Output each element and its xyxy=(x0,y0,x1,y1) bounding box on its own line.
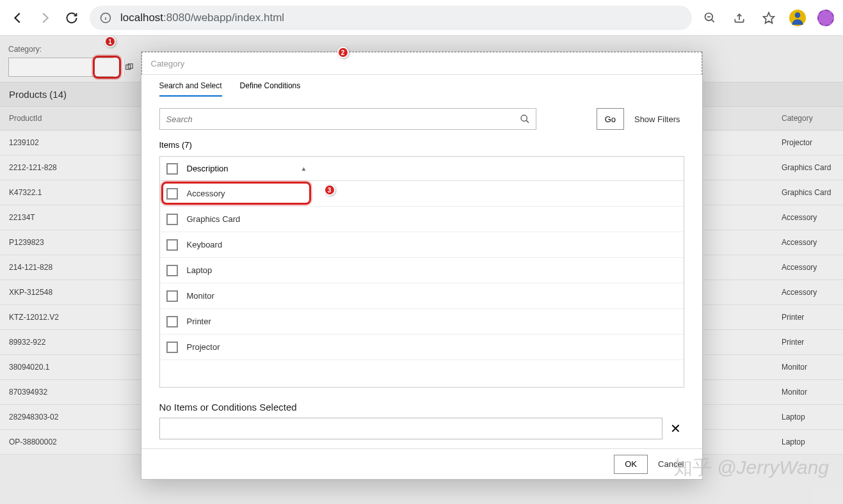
svg-line-12 xyxy=(526,120,529,123)
col-description[interactable]: Description ▲ xyxy=(187,164,315,173)
search-input[interactable] xyxy=(160,114,514,124)
dialog-backdrop: Category 2 Search and Select Define Cond… xyxy=(0,36,843,504)
list-item[interactable]: Printer xyxy=(160,309,684,335)
selected-items-label: No Items or Conditions Selected xyxy=(141,388,702,418)
url-text: localhost:8080/webapp/index.html xyxy=(120,12,284,24)
browser-toolbar: localhost:8080/webapp/index.html xyxy=(0,0,843,36)
cancel-button[interactable]: Cancel xyxy=(658,459,684,469)
dialog-title: Category xyxy=(151,59,185,68)
profile-avatar-2[interactable] xyxy=(817,10,834,26)
item-checkbox[interactable] xyxy=(166,214,178,225)
svg-marker-7 xyxy=(764,12,775,23)
search-icon[interactable] xyxy=(514,114,536,124)
share-icon[interactable] xyxy=(730,9,748,27)
back-button[interactable] xyxy=(9,9,27,27)
tab-define-conditions[interactable]: Define Conditions xyxy=(240,81,301,97)
list-item[interactable]: Keyboard xyxy=(160,232,684,258)
token-row: ✕ xyxy=(141,418,702,448)
address-bar[interactable]: localhost:8080/webapp/index.html xyxy=(90,6,692,30)
item-checkbox[interactable] xyxy=(166,342,178,353)
search-box xyxy=(159,108,536,130)
item-label: Printer xyxy=(187,317,211,326)
item-label: Keyboard xyxy=(187,240,223,249)
item-label: Accessory xyxy=(187,189,225,198)
annotation-badge-2: 2 xyxy=(337,47,349,58)
selected-tokens-input[interactable] xyxy=(159,418,662,439)
item-label: Monitor xyxy=(187,291,214,301)
go-button[interactable]: Go xyxy=(597,108,624,130)
bookmark-icon[interactable] xyxy=(760,9,778,27)
list-item[interactable]: Accessory3 xyxy=(160,181,684,207)
clear-tokens-button[interactable]: ✕ xyxy=(668,420,684,437)
item-checkbox[interactable] xyxy=(166,188,178,200)
profile-avatar-1[interactable] xyxy=(789,10,806,26)
dialog-title-bar: Category 2 xyxy=(141,52,702,75)
dialog-footer: OK Cancel xyxy=(141,448,702,479)
item-label: Projector xyxy=(187,342,220,352)
browser-right-icons xyxy=(701,9,834,27)
items-list: Description ▲ Accessory3Graphics CardKey… xyxy=(159,156,684,388)
reload-button[interactable] xyxy=(63,9,81,27)
item-checkbox[interactable] xyxy=(166,290,178,302)
svg-line-4 xyxy=(712,19,714,22)
search-row: Go Show Filters xyxy=(141,97,702,136)
list-item[interactable]: Laptop xyxy=(160,258,684,283)
items-header-row: Description ▲ xyxy=(160,157,684,181)
list-item[interactable]: Projector xyxy=(160,335,684,360)
svg-point-8 xyxy=(795,12,801,18)
item-checkbox[interactable] xyxy=(166,316,178,327)
list-item[interactable]: Monitor xyxy=(160,283,684,309)
svg-point-11 xyxy=(521,115,527,121)
item-checkbox[interactable] xyxy=(166,239,178,251)
item-label: Graphics Card xyxy=(187,214,241,224)
select-all-checkbox[interactable] xyxy=(166,163,178,175)
item-checkbox[interactable] xyxy=(166,265,178,276)
annotation-badge-3: 3 xyxy=(324,184,335,196)
show-filters-link[interactable]: Show Filters xyxy=(630,114,684,124)
forward-button[interactable] xyxy=(36,9,54,27)
tab-search-select[interactable]: Search and Select xyxy=(159,81,222,97)
item-label: Laptop xyxy=(187,265,213,275)
items-count-label: Items (7) xyxy=(141,136,702,156)
annotation-ring-3 xyxy=(161,182,311,205)
zoom-icon[interactable] xyxy=(701,9,719,27)
list-item[interactable]: Graphics Card xyxy=(160,207,684,232)
dialog-tabs: Search and Select Define Conditions xyxy=(141,75,702,97)
ok-button[interactable]: OK xyxy=(614,455,648,474)
info-icon xyxy=(100,12,111,24)
value-help-dialog: Category 2 Search and Select Define Cond… xyxy=(141,51,703,480)
sort-ascending-icon: ▲ xyxy=(301,165,307,172)
